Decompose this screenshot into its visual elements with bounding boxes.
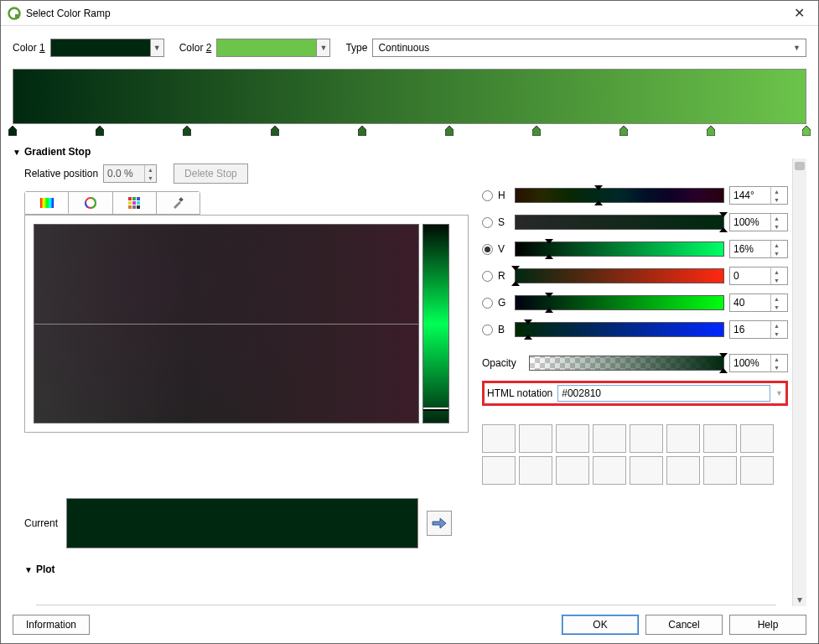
spin-up-icon[interactable]: ▲: [771, 187, 782, 195]
sv-panel[interactable]: [34, 224, 419, 423]
channel-radio-s[interactable]: [482, 217, 493, 228]
plot-header[interactable]: ▼ Plot: [24, 564, 788, 575]
type-label: Type: [345, 42, 367, 54]
swatch-cell[interactable]: [703, 424, 737, 453]
channel-input-r[interactable]: ▲▼: [729, 267, 788, 285]
tab-wheel[interactable]: [69, 192, 112, 214]
apply-color-button[interactable]: [427, 511, 452, 536]
vertical-scrollbar[interactable]: ▴ ▾: [792, 158, 806, 606]
gradient-stop[interactable]: [271, 126, 279, 136]
tab-gradient[interactable]: [25, 192, 69, 214]
svg-rect-11: [137, 201, 140, 205]
svg-rect-7: [132, 197, 136, 200]
dropdown-icon[interactable]: ▼: [775, 389, 783, 397]
gradient-stop[interactable]: [619, 126, 628, 136]
svg-rect-12: [128, 205, 132, 209]
html-notation-input[interactable]: [557, 385, 770, 402]
swatch-cell[interactable]: [593, 424, 626, 453]
swatch-cell[interactable]: [630, 424, 663, 453]
spin-down-icon[interactable]: ▼: [771, 276, 782, 284]
swatch-cell[interactable]: [740, 456, 774, 485]
channel-radio-v[interactable]: [482, 244, 493, 255]
channel-slider-r[interactable]: [515, 268, 724, 283]
swatch-cell[interactable]: [482, 456, 516, 485]
current-label: Current: [24, 517, 58, 529]
swatch-cell[interactable]: [630, 456, 663, 485]
channel-slider-v[interactable]: [515, 242, 724, 257]
color2-dropdown[interactable]: ▼: [317, 39, 330, 57]
html-notation-label: HTML notation: [487, 387, 552, 399]
channel-input-s[interactable]: ▲▼: [729, 213, 788, 231]
delete-stop-button: Delete Stop: [174, 164, 248, 184]
channel-input-g[interactable]: ▲▼: [729, 293, 788, 312]
swatch-cell[interactable]: [740, 424, 774, 453]
gradient-stop[interactable]: [707, 126, 715, 136]
channel-radio-b[interactable]: [482, 325, 493, 335]
channel-slider-s[interactable]: [515, 215, 724, 230]
color1-swatch[interactable]: [50, 39, 151, 57]
swatch-cell[interactable]: [556, 424, 589, 453]
swatch-cell[interactable]: [666, 424, 700, 453]
gradient-stop[interactable]: [96, 126, 104, 136]
channel-input-b[interactable]: ▲▼: [729, 320, 788, 339]
gradient-stop[interactable]: [183, 126, 191, 136]
swatch-cell[interactable]: [593, 456, 626, 485]
color1-label: Color 1: [13, 42, 45, 54]
close-icon[interactable]: ✕: [787, 5, 811, 21]
channel-radio-h[interactable]: [482, 190, 493, 201]
gradient-preview[interactable]: [13, 69, 806, 138]
swatch-cell[interactable]: [703, 456, 737, 485]
spin-down-icon[interactable]: ▼: [771, 303, 782, 311]
recent-swatches: [482, 424, 774, 485]
chevron-down-icon: ▼: [793, 44, 801, 52]
relative-position-label: Relative position: [24, 168, 98, 179]
spin-down-icon[interactable]: ▼: [771, 249, 782, 257]
gradient-stop[interactable]: [445, 126, 454, 136]
spin-up-icon[interactable]: ▲: [771, 241, 782, 249]
swatch-cell[interactable]: [519, 456, 552, 485]
help-button[interactable]: Help: [729, 615, 806, 635]
swatch-cell[interactable]: [519, 424, 552, 453]
opacity-input[interactable]: ▲▼: [729, 354, 788, 372]
ok-button[interactable]: OK: [562, 615, 639, 635]
current-swatch: [66, 498, 418, 548]
channel-slider-h[interactable]: [515, 188, 724, 203]
channel-slider-g[interactable]: [515, 295, 724, 310]
tab-swatches[interactable]: [113, 192, 157, 214]
opacity-slider[interactable]: [529, 356, 724, 371]
channel-input-h[interactable]: ▲▼: [729, 186, 788, 205]
spin-down-icon[interactable]: ▼: [771, 222, 782, 231]
channel-radio-r[interactable]: [482, 271, 493, 282]
spin-down-icon[interactable]: ▼: [771, 363, 782, 371]
value-strip[interactable]: [422, 224, 449, 423]
section-title: Gradient Stop: [24, 146, 91, 158]
color1-dropdown[interactable]: ▼: [151, 39, 164, 57]
spin-up-icon[interactable]: ▲: [771, 214, 782, 222]
gradient-stop[interactable]: [8, 126, 17, 136]
color2-swatch[interactable]: [216, 39, 317, 57]
spin-up-icon[interactable]: ▲: [771, 267, 782, 276]
gradient-stop[interactable]: [532, 126, 541, 136]
gradient-stop-header[interactable]: ▼ Gradient Stop: [13, 146, 806, 158]
scroll-down-icon[interactable]: ▾: [793, 593, 806, 606]
tab-picker[interactable]: [157, 192, 200, 214]
svg-rect-1: [15, 14, 19, 18]
channel-input-v[interactable]: ▲▼: [729, 240, 788, 258]
spin-up-icon[interactable]: ▲: [771, 294, 782, 303]
svg-rect-14: [137, 205, 140, 209]
spin-up-icon[interactable]: ▲: [771, 321, 782, 330]
gradient-stop[interactable]: [802, 126, 811, 136]
gradient-stop[interactable]: [358, 126, 366, 136]
information-button[interactable]: Information: [13, 615, 90, 635]
swatch-cell[interactable]: [556, 456, 589, 485]
type-select[interactable]: Continuous ▼: [372, 39, 806, 57]
spin-up-icon[interactable]: ▲: [771, 355, 782, 363]
spin-down-icon[interactable]: ▼: [771, 330, 782, 338]
cancel-button[interactable]: Cancel: [645, 615, 723, 635]
channel-slider-b[interactable]: [515, 322, 724, 337]
swatch-cell[interactable]: [666, 456, 700, 485]
svg-rect-8: [137, 197, 140, 200]
spin-down-icon[interactable]: ▼: [771, 195, 782, 204]
channel-radio-g[interactable]: [482, 298, 493, 309]
swatch-cell[interactable]: [482, 424, 516, 453]
